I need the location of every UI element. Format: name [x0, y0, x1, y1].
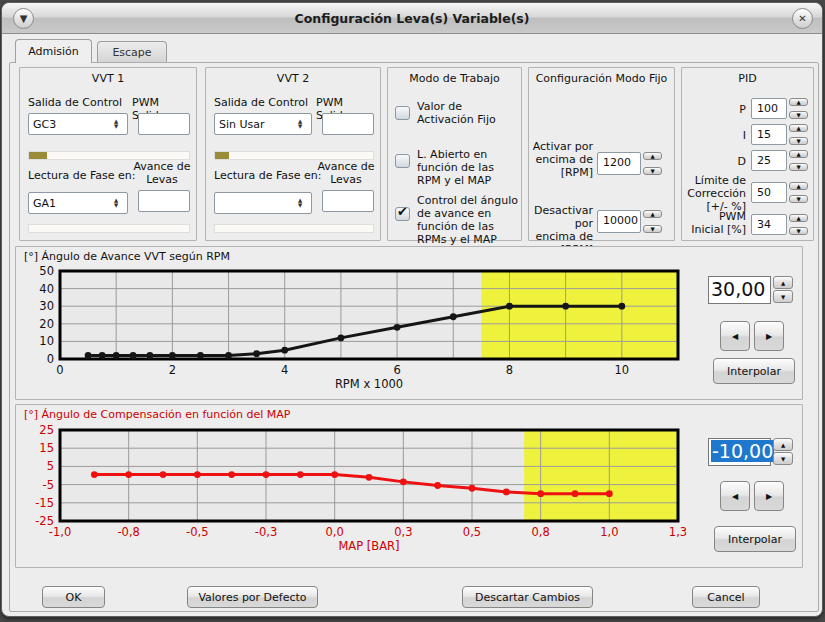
combo-updown-icon[interactable]: ▲▼: [289, 119, 311, 129]
modo-title: Modo de Trabajo: [388, 72, 521, 85]
spin-down-icon[interactable]: ▼: [643, 225, 662, 233]
svg-text:0,3: 0,3: [394, 525, 412, 539]
close-icon: ✕: [798, 13, 806, 24]
spin-down-icon[interactable]: ▼: [773, 452, 793, 465]
spin-down-icon[interactable]: ▼: [789, 163, 808, 171]
vvt1-title: VVT 1: [20, 72, 196, 85]
arrow-right-icon: ▶: [766, 492, 772, 501]
svg-text:8: 8: [506, 363, 513, 377]
rpm-next-cell-button[interactable]: ▶: [754, 321, 784, 351]
pid-title: PID: [682, 72, 813, 85]
map-prev-cell-button[interactable]: ◀: [720, 481, 750, 511]
vvt2-group: VVT 2 Salida de Control PWM Salida Sin U…: [205, 67, 381, 241]
pid-i-spinbox[interactable]: 15 ▲▼: [751, 124, 808, 145]
pid-group: PID P 100 ▲▼ I 15 ▲▼ D 25 ▲▼ Límite de C…: [681, 67, 814, 241]
checkbox-lazo-abierto-label: L. Abierto en función de las RPM y el MA…: [417, 148, 519, 187]
map-next-cell-button[interactable]: ▶: [754, 481, 784, 511]
activar-spinbox[interactable]: 1200 ▲▼: [597, 152, 662, 175]
spin-up-icon[interactable]: ▲: [643, 210, 662, 218]
checkbox-valor-fijo[interactable]: ✔: [395, 106, 410, 120]
svg-text:-0,8: -0,8: [117, 525, 139, 539]
close-button[interactable]: ✕: [792, 8, 813, 29]
pid-pwm-spinbox[interactable]: 34 ▲▼: [751, 214, 808, 235]
spin-up-icon[interactable]: ▲: [773, 276, 793, 289]
combo-updown-icon[interactable]: ▲▼: [105, 198, 127, 208]
descartar-cambios-button[interactable]: Descartar Cambios: [462, 586, 593, 608]
svg-text:0,8: 0,8: [532, 525, 550, 539]
check-icon: ✔: [397, 204, 408, 219]
spin-up-icon[interactable]: ▲: [789, 124, 808, 132]
vvt1-fase-combo[interactable]: GA1 ▲▼: [28, 192, 128, 214]
vvt2-duty-bar: [214, 151, 374, 160]
vvt1-fase-value: GA1: [29, 197, 105, 210]
ok-button[interactable]: OK: [42, 586, 105, 608]
valores-por-defecto-button[interactable]: Valores por Defecto: [187, 586, 318, 608]
checkbox-lazo-abierto[interactable]: ✔: [395, 154, 410, 168]
rpm-prev-cell-button[interactable]: ◀: [720, 321, 750, 351]
svg-text:-15: -15: [35, 496, 54, 510]
spin-up-icon[interactable]: ▲: [789, 98, 808, 106]
spin-up-icon[interactable]: ▲: [789, 150, 808, 158]
vvt1-avance-field[interactable]: [138, 190, 190, 212]
map-cell-spinner: ▲ ▼: [773, 438, 793, 465]
svg-text:20: 20: [39, 317, 54, 331]
pid-limite-value[interactable]: 50: [751, 182, 787, 203]
activar-value[interactable]: 1200: [597, 152, 641, 175]
svg-text:-25: -25: [35, 514, 54, 528]
pid-pwm-value[interactable]: 34: [751, 214, 787, 235]
spin-down-icon[interactable]: ▼: [789, 111, 808, 119]
spin-up-icon[interactable]: ▲: [789, 182, 808, 190]
spin-down-icon[interactable]: ▼: [643, 167, 662, 175]
spin-up-icon[interactable]: ▲: [643, 152, 662, 160]
vvt1-pwm-field[interactable]: [138, 113, 190, 135]
map-chart[interactable]: -1,0-0,8-0,5-0,30,00,30,50,81,01,325155-…: [16, 422, 704, 564]
vvt2-salida-combo[interactable]: Sin Usar ▲▼: [214, 113, 312, 135]
vvt2-phase-bar: [214, 224, 374, 233]
pid-i-value[interactable]: 15: [751, 124, 787, 145]
svg-text:0,0: 0,0: [326, 525, 344, 539]
combo-updown-icon[interactable]: ▲▼: [289, 198, 311, 208]
vvt1-group: VVT 1 Salida de Control PWM Salida GC3 ▲…: [19, 67, 197, 241]
vvt1-phase-bar: [28, 224, 190, 233]
activar-label: Activar por encima de [RPM]: [531, 140, 593, 179]
cancel-button[interactable]: Cancel: [692, 586, 760, 608]
pid-d-label: D: [684, 155, 746, 168]
spin-down-icon[interactable]: ▼: [789, 195, 808, 203]
spin-down-icon[interactable]: ▼: [773, 290, 793, 303]
map-cell-value[interactable]: -10,00: [708, 438, 771, 466]
checkbox-valor-fijo-label: Valor de Activación Fijo: [417, 100, 517, 126]
vvt2-fase-combo[interactable]: ▲▼: [214, 192, 312, 214]
pid-d-spinbox[interactable]: 25 ▲▼: [751, 150, 808, 171]
svg-text:-0,5: -0,5: [186, 525, 208, 539]
checkbox-control-angulo[interactable]: ✔: [395, 207, 410, 221]
svg-text:-5: -5: [43, 478, 54, 492]
title-bar: ▼ Configuración Leva(s) Variable(s) ✕: [2, 3, 822, 34]
pid-p-value[interactable]: 100: [751, 98, 787, 119]
map-chart-title: [°] Ángulo de Compensación en función de…: [24, 408, 291, 421]
svg-text:1,0: 1,0: [600, 525, 618, 539]
map-interpolar-button[interactable]: Interpolar: [714, 526, 796, 552]
vvt1-salida-combo[interactable]: GC3 ▲▼: [28, 113, 128, 135]
tab-escape[interactable]: Escape: [97, 41, 167, 63]
rpm-interpolar-button[interactable]: Interpolar: [713, 358, 795, 384]
desactivar-spinbox[interactable]: 10000 ▲▼: [597, 210, 662, 233]
pid-d-value[interactable]: 25: [751, 150, 787, 171]
combo-updown-icon[interactable]: ▲▼: [105, 119, 127, 129]
map-chart-group: [°] Ángulo de Compensación en función de…: [15, 404, 803, 568]
spin-up-icon[interactable]: ▲: [773, 438, 793, 451]
checkbox-control-angulo-label: Control del ángulo de avance en función …: [417, 194, 521, 246]
tab-admision[interactable]: Admisión: [15, 39, 92, 63]
rpm-cell-value[interactable]: 30,00: [708, 276, 771, 304]
spin-down-icon[interactable]: ▼: [789, 137, 808, 145]
vvt2-pwm-field[interactable]: [322, 113, 374, 135]
svg-text:0: 0: [47, 352, 54, 366]
pid-p-spinbox[interactable]: 100 ▲▼: [751, 98, 808, 119]
arrow-right-icon: ▶: [766, 332, 772, 341]
spin-up-icon[interactable]: ▲: [789, 214, 808, 222]
pid-limite-spinbox[interactable]: 50 ▲▼: [751, 182, 808, 203]
svg-text:5: 5: [47, 459, 54, 473]
desactivar-value[interactable]: 10000: [597, 210, 641, 233]
spin-down-icon[interactable]: ▼: [789, 227, 808, 235]
rpm-chart[interactable]: 024681001020304050RPM x 1000: [16, 263, 704, 395]
vvt2-avance-field[interactable]: [322, 190, 374, 212]
